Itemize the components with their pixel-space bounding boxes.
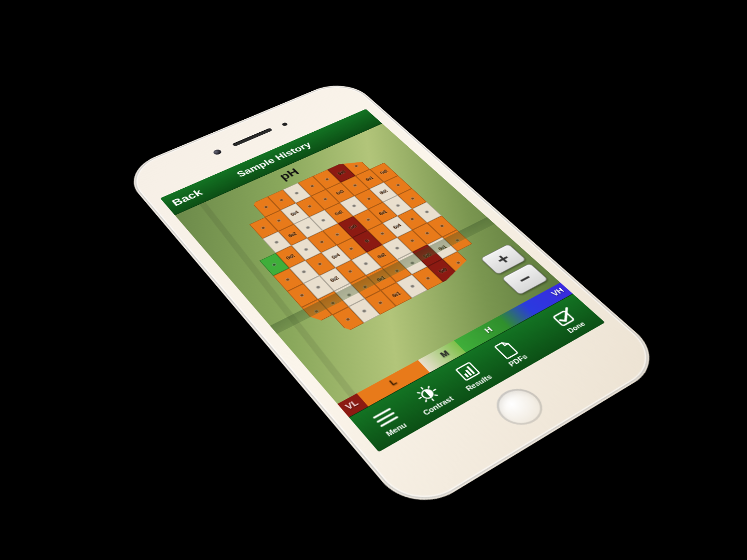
- svg-line-5: [432, 399, 433, 400]
- sample-point-icon: [345, 317, 351, 321]
- sample-point-icon: [363, 261, 369, 265]
- sample-point-icon: [424, 231, 430, 235]
- sample-point-icon: [285, 277, 290, 282]
- sample-value: 6.1: [376, 275, 387, 283]
- sample-value: 6.2: [376, 252, 388, 260]
- legend-vl: VL: [343, 398, 360, 412]
- svg-line-6: [419, 397, 421, 398]
- sample-point-icon: [409, 217, 415, 221]
- sample-value: 6.4: [392, 223, 403, 230]
- sample-point-icon: [455, 260, 461, 264]
- sample-point-icon: [377, 300, 383, 305]
- sample-point-icon: [454, 239, 460, 243]
- sample-value: 6.2: [329, 275, 340, 283]
- sample-point-icon: [409, 261, 415, 265]
- sample-value: 6.2: [378, 189, 389, 195]
- sample-value: 6.4: [330, 253, 342, 260]
- sample-value: 5.8: [336, 169, 347, 176]
- svg-line-11: [425, 400, 427, 401]
- sample-point-icon: [335, 232, 340, 236]
- sample-value: 6.1: [378, 209, 389, 216]
- svg-rect-16: [553, 311, 574, 326]
- sample-point-icon: [309, 184, 315, 188]
- sample-value: 5.9: [437, 267, 449, 274]
- sample-point-icon: [409, 197, 415, 200]
- sample-point-icon: [366, 197, 372, 201]
- svg-line-4: [421, 387, 423, 389]
- sample-point-icon: [349, 247, 354, 251]
- sample-value: 6.3: [335, 189, 345, 196]
- svg-line-10: [427, 386, 430, 388]
- sample-point-icon: [321, 218, 326, 222]
- measure-label: pH: [276, 166, 302, 183]
- sample-value: 6.2: [285, 253, 296, 261]
- sample-point-icon: [351, 204, 357, 207]
- legend-vh: VH: [549, 286, 566, 298]
- legend-l: L: [387, 377, 399, 387]
- sample-point-icon: [352, 184, 358, 187]
- sample-value: 6: [364, 239, 370, 244]
- sample-point-icon: [322, 198, 328, 201]
- phone-frame: Back Sample History pH 5.86.46.36.16.26.…: [120, 77, 669, 517]
- sample-point-icon: [395, 204, 400, 207]
- sample-point-icon: [260, 226, 266, 230]
- sample-point-icon: [361, 309, 367, 313]
- sample-value: 5.5: [422, 251, 433, 259]
- sample-point-icon: [305, 226, 311, 230]
- sample-point-icon: [279, 198, 284, 202]
- sample-point-icon: [301, 270, 307, 274]
- zoom-controls: + −: [480, 244, 548, 295]
- sample-point-icon: [313, 309, 320, 314]
- earpiece: [232, 128, 272, 146]
- sample-point-icon: [319, 240, 325, 244]
- sample-value: 6.4: [289, 210, 300, 217]
- sample-value: 5.9: [348, 223, 358, 231]
- svg-line-8: [418, 391, 420, 393]
- svg-line-7: [433, 389, 435, 390]
- sample-point-icon: [264, 205, 269, 208]
- sample-value: 6.1: [437, 244, 448, 251]
- sample-point-icon: [330, 301, 336, 305]
- proximity-sensor: [281, 122, 288, 127]
- sample-point-icon: [439, 224, 445, 228]
- sample-point-icon: [394, 246, 400, 250]
- sample-point-icon: [346, 292, 352, 297]
- sample-point-icon: [299, 293, 306, 297]
- sample-point-icon: [274, 240, 280, 244]
- sample-value: 6.2: [287, 231, 298, 239]
- sample-point-icon: [365, 218, 371, 221]
- sample-point-icon: [315, 285, 321, 289]
- sample-point-icon: [324, 177, 330, 181]
- sample-point-icon: [303, 247, 309, 251]
- sample-value: 6.2: [334, 209, 344, 217]
- sample-value: 6.1: [364, 176, 375, 183]
- legend-h: H: [482, 325, 495, 335]
- front-camera: [212, 149, 223, 156]
- sample-point-icon: [379, 232, 385, 236]
- sample-point-icon: [424, 276, 431, 281]
- legend-m: M: [438, 348, 451, 359]
- svg-line-9: [435, 394, 437, 396]
- sample-point-icon: [409, 284, 415, 288]
- sample-point-icon: [276, 219, 282, 222]
- sample-point-icon: [424, 210, 430, 214]
- sample-value: 6.2: [379, 169, 389, 176]
- sample-point-icon: [348, 269, 353, 273]
- sample-value: 6.1: [391, 290, 402, 299]
- field-overlay: 5.86.46.36.16.26.26.26.26.25.96.16.466.4…: [220, 150, 489, 340]
- sample-point-icon: [317, 262, 323, 266]
- sample-point-icon: [395, 184, 401, 187]
- sample-point-icon: [271, 262, 277, 267]
- sample-point-icon: [394, 269, 399, 273]
- home-button[interactable]: [488, 382, 552, 432]
- sample-point-icon: [362, 285, 368, 289]
- sample-point-icon: [294, 191, 300, 194]
- sample-point-icon: [409, 239, 415, 243]
- sample-point-icon: [353, 164, 358, 168]
- sample-point-icon: [307, 204, 313, 208]
